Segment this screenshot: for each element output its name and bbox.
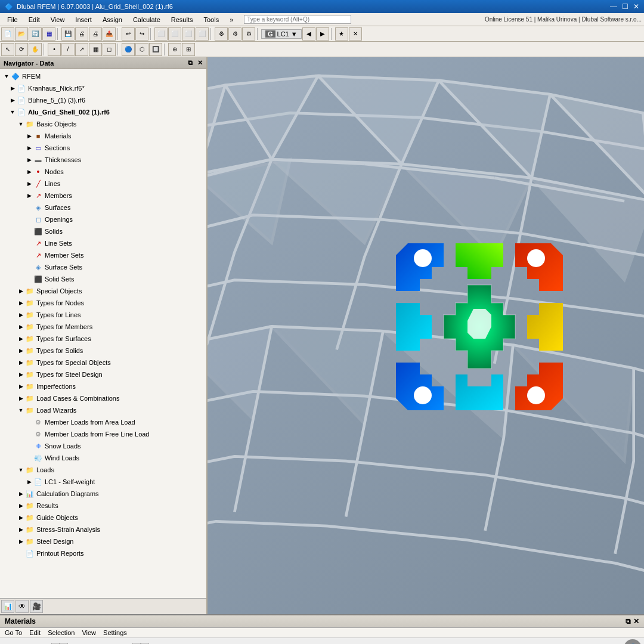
print2-button[interactable]: 🖨 <box>89 27 102 41</box>
menu-more[interactable]: » <box>225 15 238 24</box>
toggle-special[interactable]: ▶ <box>17 288 25 294</box>
tool3-button[interactable]: ⚙ <box>242 27 255 41</box>
toggle-tsolids[interactable]: ▶ <box>17 348 25 354</box>
tree-member-sets[interactable]: ↗ Member Sets <box>0 249 206 261</box>
tree-materials[interactable]: ▶ ■ Materials <box>0 130 206 142</box>
tree-loads[interactable]: ▼ 📁 Loads <box>0 464 206 476</box>
tree-types-lines[interactable]: ▶ 📁 Types for Lines <box>0 309 206 321</box>
maximize-button[interactable]: ☐ <box>622 2 628 11</box>
menu-insert[interactable]: Insert <box>70 15 97 24</box>
nav-results-btn[interactable]: 🎥 <box>30 600 43 613</box>
iso-btn[interactable]: 🔲 <box>149 43 162 56</box>
rotate-btn[interactable]: ⟳ <box>15 43 28 56</box>
menu-settings[interactable]: Settings <box>103 629 127 636</box>
tree-types-surfaces[interactable]: ▶ 📁 Types for Surfaces <box>0 333 206 345</box>
toggle-sec[interactable]: ▶ <box>25 145 33 151</box>
opening-btn[interactable]: ◻ <box>103 43 116 56</box>
tree-surface-sets[interactable]: ◈ Surface Sets <box>0 261 206 273</box>
star-button[interactable]: ★ <box>335 27 348 41</box>
menu-calculate[interactable]: Calculate <box>128 15 165 24</box>
toggle-tnodes[interactable]: ▶ <box>17 300 25 306</box>
tree-surfaces[interactable]: ◈ Surfaces <box>0 202 206 213</box>
tree-wind-loads[interactable]: 💨 Wind Loads <box>0 452 206 464</box>
snap-btn[interactable]: ⊕ <box>168 43 181 56</box>
toggle-tmembers[interactable]: ▶ <box>17 324 25 330</box>
menu-tools[interactable]: Tools <box>199 15 224 24</box>
render-btn[interactable]: 🔵 <box>122 43 135 56</box>
menu-view-mat[interactable]: View <box>82 629 96 636</box>
redo-button[interactable]: ↪ <box>135 27 148 41</box>
tool2-button[interactable]: ⚙ <box>228 27 242 41</box>
toggle-f2[interactable]: ▶ <box>8 97 17 103</box>
tree-openings[interactable]: ◻ Openings <box>0 213 206 225</box>
toggle-go[interactable]: ▶ <box>17 515 25 521</box>
menu-results[interactable]: Results <box>166 15 198 24</box>
tree-file-1[interactable]: ▶ 📄 Kranhaus_Nick.rf6* <box>0 82 206 94</box>
tree-types-solids[interactable]: ▶ 📁 Types for Solids <box>0 345 206 357</box>
menu-edit-mat[interactable]: Edit <box>29 629 41 636</box>
tree-results[interactable]: ▶ 📁 Results <box>0 500 206 512</box>
tree-types-members[interactable]: ▶ 📁 Types for Members <box>0 321 206 333</box>
select-btn[interactable]: ↖ <box>1 43 14 56</box>
new-button[interactable]: 📄 <box>1 27 14 41</box>
menu-goto[interactable]: Go To <box>5 629 22 636</box>
tree-printout[interactable]: 📄 Printout Reports <box>0 547 206 559</box>
tree-members[interactable]: ▶ ↗ Members <box>0 190 206 202</box>
toggle-f1[interactable]: ▶ <box>8 85 17 91</box>
refresh-button[interactable]: 🔄 <box>29 27 42 41</box>
tree-basic-objects[interactable]: ▼ 📁 Basic Objects <box>0 118 206 130</box>
print-button[interactable]: 🖨 <box>75 27 88 41</box>
tree-sections[interactable]: ▶ ▭ Sections <box>0 142 206 154</box>
tree-thicknesses[interactable]: ▶ ▬ Thicknesses <box>0 154 206 166</box>
tree-types-nodes[interactable]: ▶ 📁 Types for Nodes <box>0 297 206 309</box>
materials-maximize-btn[interactable]: ⧉ <box>626 617 631 626</box>
view3-button[interactable]: ⬜ <box>182 27 195 41</box>
open-button[interactable]: 📂 <box>15 27 28 41</box>
toggle-tsteel[interactable]: ▶ <box>17 371 25 377</box>
menu-view[interactable]: View <box>46 15 70 24</box>
tree-steel-design[interactable]: ▶ 📁 Steel Design <box>0 535 206 547</box>
undo-button[interactable]: ↩ <box>122 27 135 41</box>
menu-selection[interactable]: Selection <box>48 629 75 636</box>
tree-load-wizards[interactable]: ▼ 📁 Load Wizards <box>0 404 206 416</box>
toggle-lc1[interactable]: ▶ <box>25 479 33 485</box>
tree-special-objects[interactable]: ▶ 📁 Special Objects <box>0 285 206 297</box>
toggle-nodes[interactable]: ▶ <box>25 169 33 175</box>
toggle-cd[interactable]: ▶ <box>17 491 25 497</box>
nav-restore-btn[interactable]: ⧉ <box>188 59 193 67</box>
line-btn[interactable]: / <box>61 43 75 56</box>
materials-close-btn[interactable]: ✕ <box>633 617 639 626</box>
minimize-button[interactable]: — <box>610 2 617 11</box>
view4-button[interactable]: ⬜ <box>196 27 209 41</box>
menu-edit[interactable]: Edit <box>24 15 45 24</box>
toggle-loads[interactable]: ▼ <box>17 467 25 473</box>
tree-solid-sets[interactable]: ⬛ Solid Sets <box>0 273 206 285</box>
x-button[interactable]: ✕ <box>349 27 362 41</box>
menu-file[interactable]: File <box>2 15 23 24</box>
tree-calc-diagrams[interactable]: ▶ 📊 Calculation Diagrams <box>0 488 206 500</box>
tree-lc1[interactable]: ▶ 📄 LC1 - Self-weight <box>0 476 206 488</box>
search-input[interactable] <box>244 15 351 24</box>
toggle-thick[interactable]: ▶ <box>25 157 33 163</box>
view1-button[interactable]: ⬜ <box>154 27 168 41</box>
nav-view-btn[interactable]: 👁 <box>16 600 29 613</box>
toggle-basic[interactable]: ▼ <box>17 121 25 127</box>
save-button[interactable]: 💾 <box>61 27 75 41</box>
toggle-results[interactable]: ▶ <box>17 503 25 509</box>
tree-line-sets[interactable]: ↗ Line Sets <box>0 237 206 249</box>
next-lc-btn[interactable]: ▶ <box>316 27 329 41</box>
grid-btn[interactable]: ⊞ <box>182 43 195 56</box>
tree-types-special[interactable]: ▶ 📁 Types for Special Objects <box>0 357 206 369</box>
tree-root-rfem[interactable]: ▼ 🔷 RFEM <box>0 70 206 82</box>
export-button[interactable]: 📤 <box>103 27 116 41</box>
nav-data-btn[interactable]: 📊 <box>1 600 14 613</box>
view2-button[interactable]: ⬜ <box>168 27 181 41</box>
tree-load-cases[interactable]: ▶ 📁 Load Cases & Combinations <box>0 392 206 404</box>
close-button[interactable]: ✕ <box>633 2 639 11</box>
toggle-lc[interactable]: ▶ <box>17 395 25 401</box>
member-btn[interactable]: ↗ <box>75 43 88 56</box>
tree-guide-objects[interactable]: ▶ 📁 Guide Objects <box>0 512 206 524</box>
tree-solids[interactable]: ⬛ Solids <box>0 225 206 237</box>
wire-btn[interactable]: ⬡ <box>135 43 148 56</box>
lc-dropdown-icon[interactable]: ▼ <box>291 30 298 38</box>
